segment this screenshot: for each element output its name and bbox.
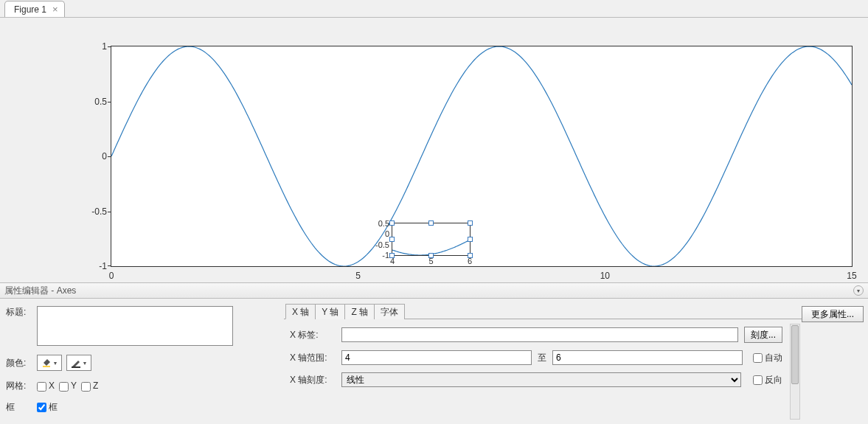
title-label: 标题: bbox=[6, 306, 32, 319]
x-range-from-input[interactable] bbox=[341, 350, 532, 365]
ytick: 0.5 bbox=[94, 97, 107, 107]
ytick: -0.5 bbox=[375, 240, 389, 249]
axis-tabs: X 轴 Y 轴 Z 轴 字体 bbox=[284, 303, 802, 319]
svg-rect-1 bbox=[72, 366, 80, 368]
xtick: 15 bbox=[847, 271, 856, 281]
chevron-down-icon: ▼ bbox=[53, 361, 58, 366]
resize-handle[interactable] bbox=[389, 237, 395, 242]
collapse-icon[interactable]: ▾ bbox=[853, 285, 864, 296]
close-icon[interactable]: × bbox=[52, 4, 58, 14]
figure-canvas[interactable]: 1 0.5 0 -0.5 -1 0 5 10 15 0.5 0 -0.5 bbox=[0, 18, 868, 282]
x-reverse-checkbox[interactable]: 反向 bbox=[753, 374, 782, 386]
property-editor-title: 属性编辑器 - Axes bbox=[4, 285, 76, 297]
scrollbar-thumb[interactable] bbox=[791, 325, 799, 384]
paint-bucket-icon bbox=[41, 358, 52, 368]
resize-handle[interactable] bbox=[389, 253, 395, 258]
box-label: 框 bbox=[6, 401, 32, 414]
tab-figure-1[interactable]: Figure 1 × bbox=[4, 1, 65, 17]
line-plot bbox=[111, 46, 852, 266]
xtick: 5 bbox=[355, 271, 361, 281]
tab-font[interactable]: 字体 bbox=[374, 304, 405, 319]
ytick: 0 bbox=[102, 151, 107, 161]
main-axes[interactable]: 1 0.5 0 -0.5 -1 0 5 10 15 0.5 0 -0.5 bbox=[111, 46, 853, 267]
resize-handle[interactable] bbox=[389, 220, 395, 226]
more-properties-button[interactable]: 更多属性... bbox=[802, 306, 864, 322]
ticks-button[interactable]: 刻度... bbox=[744, 327, 782, 343]
range-to-label: 至 bbox=[538, 352, 546, 364]
x-label-label: X 标签: bbox=[290, 329, 336, 341]
x-label-input[interactable] bbox=[341, 327, 738, 342]
title-input[interactable] bbox=[37, 306, 233, 346]
x-axis-panel: X 标签: 刻度... X 轴范围: 至 自动 X 轴刻度: bbox=[284, 319, 802, 424]
grid-label: 网格: bbox=[6, 380, 32, 392]
chevron-down-icon: ▼ bbox=[83, 361, 88, 366]
svg-rect-0 bbox=[43, 366, 50, 367]
ytick: -1 bbox=[99, 261, 107, 271]
grid-y-checkbox[interactable]: Y bbox=[59, 380, 77, 391]
resize-handle[interactable] bbox=[468, 220, 473, 226]
xtick: 10 bbox=[600, 271, 610, 281]
resize-handle[interactable] bbox=[428, 220, 434, 226]
line-color-button[interactable]: ▼ bbox=[66, 355, 91, 371]
figure-tab-bar: Figure 1 × bbox=[0, 0, 868, 18]
ytick: 0.5 bbox=[378, 219, 389, 228]
grid-x-checkbox[interactable]: X bbox=[37, 380, 55, 391]
xtick: 0 bbox=[109, 271, 114, 281]
property-editor-header: 属性编辑器 - Axes ▾ bbox=[0, 282, 868, 299]
inset-axes[interactable]: 0.5 0 -0.5 -1 4 5 6 bbox=[392, 223, 471, 256]
box-checkbox[interactable]: 框 bbox=[37, 401, 58, 414]
x-scale-label: X 轴刻度: bbox=[290, 374, 336, 386]
resize-handle[interactable] bbox=[468, 253, 473, 258]
tab-label: Figure 1 bbox=[14, 4, 46, 15]
resize-handle[interactable] bbox=[428, 253, 434, 258]
grid-z-checkbox[interactable]: Z bbox=[81, 380, 98, 391]
tab-y-axis[interactable]: Y 轴 bbox=[315, 304, 345, 319]
ytick: -0.5 bbox=[91, 206, 107, 217]
ytick: -1 bbox=[382, 251, 389, 260]
scrollbar[interactable] bbox=[790, 324, 800, 420]
tab-z-axis[interactable]: Z 轴 bbox=[344, 304, 375, 319]
ytick: 1 bbox=[102, 41, 107, 52]
pencil-icon bbox=[71, 358, 81, 368]
property-editor: 标题: 颜色: ▼ ▼ 网格: bbox=[0, 299, 868, 424]
x-range-label: X 轴范围: bbox=[290, 352, 336, 364]
x-range-to-input[interactable] bbox=[552, 350, 743, 365]
x-scale-select[interactable]: 线性 bbox=[341, 372, 741, 387]
x-auto-checkbox[interactable]: 自动 bbox=[753, 352, 782, 364]
tab-x-axis[interactable]: X 轴 bbox=[285, 304, 316, 319]
color-label: 颜色: bbox=[6, 357, 32, 369]
fill-color-button[interactable]: ▼ bbox=[37, 355, 62, 371]
line-plot bbox=[392, 223, 470, 255]
resize-handle[interactable] bbox=[468, 237, 473, 242]
